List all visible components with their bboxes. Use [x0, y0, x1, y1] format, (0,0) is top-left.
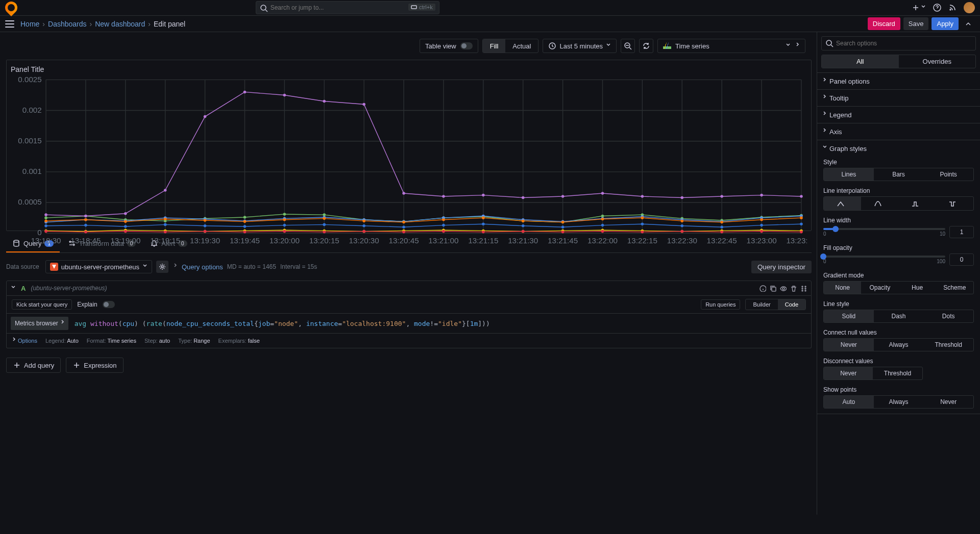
eye-icon[interactable] [779, 285, 787, 292]
svg-point-181 [164, 189, 167, 192]
query-options-link[interactable]: Query options [182, 263, 223, 271]
disconnect-threshold[interactable]: Threshold [873, 367, 922, 379]
apply-button[interactable]: Apply [932, 17, 959, 30]
svg-text:13:22:15: 13:22:15 [627, 236, 657, 245]
section-axis[interactable]: Axis [817, 123, 980, 140]
panel-title: Panel Title [11, 65, 807, 73]
fill-actual-toggle: Fill Actual [482, 39, 539, 53]
interp-smooth[interactable] [861, 197, 898, 210]
connect-always[interactable]: Always [874, 339, 924, 351]
zoom-out-icon [624, 42, 632, 50]
user-avatar[interactable] [964, 2, 975, 13]
style-lines[interactable]: Lines [824, 168, 874, 181]
svg-point-185 [323, 100, 326, 103]
zoom-out-button[interactable] [621, 39, 635, 53]
points-auto[interactable]: Auto [824, 396, 874, 408]
explain-toggle[interactable] [103, 301, 115, 308]
gradient-scheme[interactable]: Scheme [936, 282, 973, 294]
actual-seg[interactable]: Actual [505, 39, 538, 53]
info-icon[interactable] [759, 285, 766, 292]
discard-button[interactable]: Discard [868, 17, 900, 30]
tab-all[interactable]: All [822, 55, 899, 68]
linestyle-dash[interactable]: Dash [874, 310, 924, 322]
connect-never[interactable]: Never [824, 339, 874, 351]
add-expression-button[interactable]: Expression [66, 358, 123, 373]
section-panel-options[interactable]: Panel options [817, 73, 980, 89]
builder-mode[interactable]: Builder [746, 299, 777, 310]
interp-step-after[interactable] [936, 197, 973, 210]
svg-point-144 [283, 230, 286, 233]
line-width-slider[interactable] [823, 228, 945, 230]
connect-threshold[interactable]: Threshold [923, 339, 973, 351]
metrics-browser-button[interactable]: Metrics browser [11, 317, 68, 330]
fill-opacity-input[interactable] [949, 253, 974, 266]
svg-point-138 [44, 230, 47, 233]
gradient-hue[interactable]: Hue [899, 282, 936, 294]
section-legend[interactable]: Legend [817, 107, 980, 123]
svg-text:13:20:30: 13:20:30 [349, 236, 379, 245]
linestyle-dots[interactable]: Dots [923, 310, 973, 322]
crumb-home[interactable]: Home [20, 20, 39, 28]
svg-point-120 [124, 220, 127, 223]
interp-linear[interactable] [824, 197, 861, 210]
run-queries-button[interactable]: Run queries [701, 299, 740, 310]
kick-start-button[interactable]: Kick start your query [12, 299, 72, 310]
svg-point-199 [161, 266, 163, 268]
query-options-toggle[interactable]: Options [12, 337, 37, 345]
section-graph-styles[interactable]: Graph styles [817, 140, 980, 157]
query-inspector-button[interactable]: Query inspector [751, 261, 812, 273]
crumb-new-dashboard[interactable]: New dashboard [95, 20, 145, 28]
linestyle-solid[interactable]: Solid [824, 310, 874, 322]
all-overrides-tabs: All Overrides [821, 55, 976, 68]
svg-point-178 [44, 213, 47, 216]
add-menu[interactable] [912, 4, 926, 12]
svg-point-164 [283, 224, 286, 227]
refresh-button[interactable] [639, 39, 653, 53]
interp-linear-icon [837, 200, 849, 207]
svg-point-132 [601, 218, 604, 221]
style-points[interactable]: Points [923, 168, 973, 181]
points-always[interactable]: Always [874, 396, 924, 408]
save-button[interactable]: Save [903, 17, 929, 30]
crumb-dashboards[interactable]: Dashboards [48, 20, 87, 28]
tab-overrides[interactable]: Overrides [899, 55, 976, 68]
gradient-none[interactable]: None [824, 282, 861, 294]
disconnect-never[interactable]: Never [824, 367, 873, 379]
section-tooltip[interactable]: Tooltip [817, 90, 980, 106]
datasource-settings-button[interactable] [156, 261, 168, 273]
line-width-input[interactable] [949, 226, 974, 238]
options-search-input[interactable] [821, 36, 976, 50]
datasource-select[interactable]: ubuntu-server-prometheus [45, 260, 152, 273]
trash-icon[interactable] [790, 285, 797, 292]
time-range-picker[interactable]: Last 5 minutes [543, 39, 617, 53]
query-expression-input[interactable]: avg without(cpu) (rate(node_cpu_seconds_… [72, 318, 807, 329]
help-icon[interactable] [933, 4, 941, 12]
svg-point-166 [362, 224, 365, 227]
grafana-logo[interactable] [3, 0, 20, 16]
rss-icon[interactable] [948, 4, 957, 12]
code-mode[interactable]: Code [778, 299, 805, 310]
menu-toggle[interactable] [5, 20, 14, 28]
add-query-button[interactable]: Add query [6, 358, 61, 373]
drag-handle-icon[interactable] [800, 285, 807, 292]
svg-point-128 [442, 218, 445, 221]
gradient-opacity[interactable]: Opacity [861, 282, 898, 294]
svg-point-147 [402, 231, 405, 234]
svg-point-206 [805, 288, 806, 289]
chart-panel: Panel Title 00.00050.0010.00150.0020.002… [6, 60, 812, 231]
points-never[interactable]: Never [923, 396, 973, 408]
svg-point-58 [44, 216, 47, 219]
visualization-picker[interactable]: Time series [657, 39, 805, 53]
interp-step-before[interactable] [899, 197, 936, 210]
fill-seg[interactable]: Fill [483, 39, 506, 53]
fill-opacity-slider[interactable] [823, 256, 945, 258]
chevron-down-icon[interactable] [11, 284, 16, 292]
copy-icon[interactable] [769, 285, 776, 292]
svg-point-172 [601, 224, 604, 227]
collapse-panel-button[interactable] [962, 17, 975, 31]
chart-area[interactable]: 00.00050.0010.00150.0020.002513:18:3013:… [11, 75, 807, 246]
table-view-toggle[interactable]: Table view [420, 39, 478, 53]
style-bars[interactable]: Bars [874, 168, 924, 181]
svg-text:13:18:45: 13:18:45 [70, 236, 101, 245]
opt-format: Format: Time series [87, 338, 136, 344]
